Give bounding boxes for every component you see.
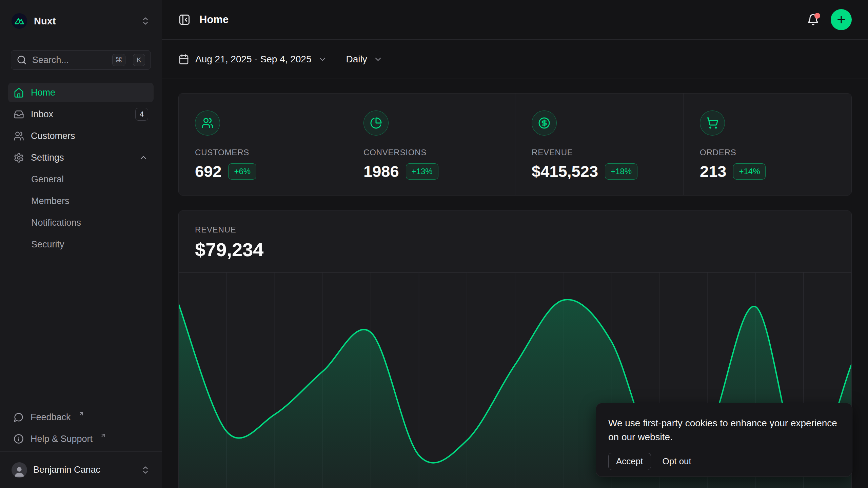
settings-subnav: General Members Notifications Security (8, 169, 154, 254)
stat-card-revenue: REVENUE $415,523 +18% (515, 94, 683, 195)
user-name: Benjamin Canac (33, 465, 100, 475)
message-circle-icon (14, 412, 24, 422)
revenue-chart-value: $79,234 (195, 239, 835, 261)
sidebar-item-label: General (31, 174, 64, 185)
info-icon (14, 434, 24, 444)
stat-delta-badge: +6% (228, 163, 256, 180)
new-item-button[interactable] (831, 9, 852, 30)
sidebar-item-security[interactable]: Security (8, 235, 154, 254)
nuxt-logo-icon (12, 13, 27, 29)
gear-icon (14, 152, 24, 163)
cookie-actions: Accept Opt out (608, 453, 840, 470)
stat-label: REVENUE (532, 148, 667, 157)
kbd-k: K (133, 54, 145, 66)
granularity-select[interactable]: Daily (346, 54, 383, 65)
sidebar-item-label: Inbox (31, 109, 53, 120)
kbd-command: ⌘ (112, 54, 125, 66)
revenue-chart-label: REVENUE (195, 225, 835, 235)
footer-link-label: Help & Support (31, 434, 93, 444)
external-link-arrow-icon (78, 411, 84, 417)
avatar (12, 462, 27, 478)
date-range-value: Aug 21, 2025 - Sep 4, 2025 (195, 54, 312, 65)
users-icon (14, 131, 24, 141)
help-support-link[interactable]: Help & Support (8, 429, 154, 449)
external-link-arrow-icon (100, 432, 106, 439)
sidebar-item-label: Customers (31, 131, 75, 141)
search-placeholder: Search... (32, 55, 107, 65)
stat-card-conversions: CONVERSIONS 1986 +13% (347, 94, 515, 195)
chevrons-up-down-icon (141, 465, 150, 475)
stat-delta-badge: +13% (406, 163, 438, 180)
workspace-name: Nuxt (34, 16, 56, 27)
notifications-button[interactable] (807, 14, 819, 26)
inbox-icon (14, 109, 24, 120)
stat-label: ORDERS (700, 148, 835, 157)
workspace-switcher[interactable]: Nuxt (8, 9, 154, 33)
stat-value: $415,523 (532, 162, 598, 181)
stat-card-orders: ORDERS 213 +14% (683, 94, 851, 195)
search-input[interactable]: Search... ⌘ K (11, 50, 151, 70)
sidebar-item-settings[interactable]: Settings (8, 148, 154, 167)
cookie-optout-button[interactable]: Opt out (663, 453, 691, 470)
sidebar-item-label: Settings (31, 152, 64, 163)
sidebar-item-label: Security (31, 239, 64, 250)
sidebar-item-label: Notifications (31, 218, 81, 228)
pie-chart-icon (363, 110, 389, 136)
chevrons-up-down-icon (141, 16, 150, 26)
user-menu[interactable]: Benjamin Canac (0, 451, 162, 488)
footer-link-label: Feedback (31, 412, 71, 423)
stats-row: CUSTOMERS 692 +6% CONVERSIONS 1986 +13% (178, 93, 852, 196)
stat-value: 692 (195, 162, 221, 181)
chevron-up-icon (139, 153, 148, 162)
feedback-link[interactable]: Feedback (8, 407, 154, 427)
inbox-count-badge: 4 (135, 108, 148, 121)
stat-delta-badge: +18% (605, 163, 637, 180)
stat-delta-badge: +14% (733, 163, 766, 180)
shopping-cart-icon (700, 110, 725, 136)
sidebar-item-notifications[interactable]: Notifications (8, 213, 154, 232)
cookie-message: We use first-party cookies to enhance yo… (608, 416, 840, 444)
sidebar-item-customers[interactable]: Customers (8, 126, 154, 146)
sidebar: Nuxt Search... ⌘ K Home Inbox 4 (0, 0, 162, 488)
sidebar-collapse-button[interactable] (178, 14, 191, 26)
cookie-banner: We use first-party cookies to enhance yo… (596, 403, 852, 477)
stat-value: 213 (700, 162, 726, 181)
search-icon (17, 55, 27, 65)
filterbar: Aug 21, 2025 - Sep 4, 2025 Daily (162, 40, 868, 79)
sidebar-item-inbox[interactable]: Inbox 4 (8, 104, 154, 124)
sidebar-item-home[interactable]: Home (8, 83, 154, 102)
topbar-actions (807, 9, 852, 30)
page-title: Home (199, 14, 229, 26)
calendar-icon (178, 54, 189, 65)
home-icon (14, 87, 24, 98)
sidebar-item-members[interactable]: Members (8, 191, 154, 211)
stat-label: CUSTOMERS (195, 148, 331, 157)
granularity-value: Daily (346, 54, 367, 65)
sidebar-item-label: Home (31, 87, 55, 98)
sidebar-nav: Home Inbox 4 Customers Settings (8, 83, 154, 254)
revenue-chart-header: REVENUE $79,234 (179, 211, 851, 261)
date-range-picker[interactable]: Aug 21, 2025 - Sep 4, 2025 (178, 54, 327, 65)
sidebar-item-general[interactable]: General (8, 169, 154, 189)
cookie-accept-button[interactable]: Accept (608, 453, 651, 470)
circle-dollar-icon (532, 110, 557, 136)
notification-dot (814, 13, 820, 19)
chevron-down-icon (373, 55, 383, 64)
stat-label: CONVERSIONS (363, 148, 499, 157)
plus-icon (836, 14, 847, 25)
stat-card-customers: CUSTOMERS 692 +6% (179, 94, 347, 195)
users-icon (195, 110, 220, 136)
topbar: Home (162, 0, 868, 40)
chevron-down-icon (318, 55, 327, 64)
stat-value: 1986 (363, 162, 399, 181)
sidebar-item-label: Members (31, 196, 70, 206)
panel-left-close-icon (178, 14, 191, 26)
sidebar-footer: Feedback Help & Support (0, 407, 162, 449)
